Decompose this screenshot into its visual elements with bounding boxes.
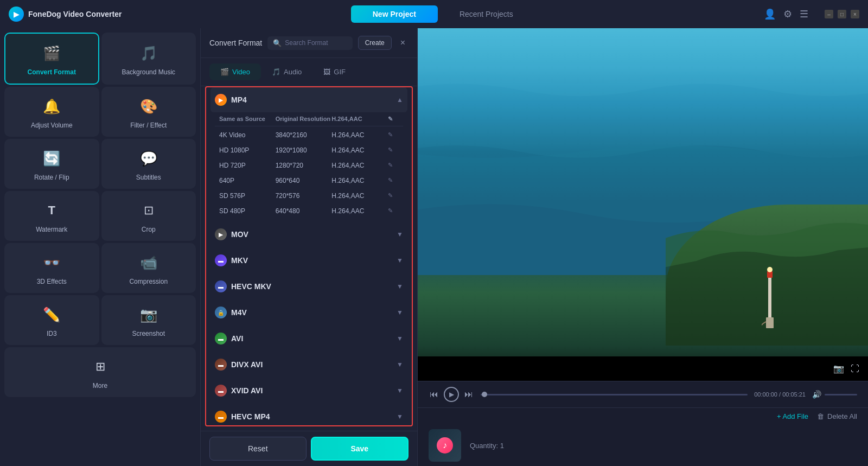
format-section-m4v: 🔒 M4V ▼ — [210, 300, 407, 325]
hevc-mkv-icon: ▬ — [215, 280, 227, 292]
file-entry-row: ♪ Quantity: 1 — [418, 425, 868, 466]
mkv-name: ▬ MKV — [215, 254, 248, 266]
avi-icon: ▬ — [215, 333, 227, 344]
tab-audio[interactable]: 🎵 Audio — [261, 63, 312, 80]
audio-tab-label: Audio — [284, 68, 302, 76]
play-button[interactable]: ▶ — [444, 387, 459, 402]
table-row[interactable]: SD 576P 720*576 H.264,AAC ✎ — [215, 188, 403, 203]
edit-icon[interactable]: ✎ — [388, 162, 399, 169]
mkv-chevron-icon: ▼ — [397, 257, 403, 264]
sidebar-item-background-music[interactable]: 🎵 Background Music — [101, 33, 196, 85]
format-list[interactable]: ▶ MP4 ▲ Same as Source Original Resoluti… — [205, 86, 413, 426]
row-name: HD 1080P — [219, 146, 276, 154]
format-tabs: 🎬 Video 🎵 Audio 🖼 GIF — [201, 58, 417, 86]
sidebar-item-compression[interactable]: 📹 Compression — [101, 243, 196, 293]
sidebar-item-id3[interactable]: ✏️ ID3 — [4, 295, 99, 345]
mkv-header[interactable]: ▬ MKV ▼ — [210, 248, 407, 273]
m4v-icon: 🔒 — [215, 307, 227, 318]
table-row[interactable]: 4K Video 3840*2160 H.264,AAC ✎ — [215, 127, 403, 143]
panel-footer: Reset Save — [201, 431, 417, 466]
file-thumbnail: ♪ — [429, 429, 461, 462]
delete-all-button[interactable]: 🗑 Delete All — [817, 412, 857, 420]
menu-icon[interactable]: ☰ — [800, 8, 808, 20]
sidebar-label-rotate-flip: Rotate / Flip — [34, 174, 69, 181]
settings-icon[interactable]: ⚙ — [783, 8, 792, 20]
panel-header: Convert Format 🔍 Create × — [201, 28, 417, 58]
mp4-label: MP4 — [231, 95, 247, 104]
edit-icon[interactable]: ✎ — [388, 177, 399, 184]
new-project-tab[interactable]: New Project — [351, 5, 438, 23]
sidebar-item-adjust-volume[interactable]: 🔔 Adjust Volume — [4, 87, 99, 137]
play-controls: ⏮ ▶ ⏭ — [429, 387, 474, 402]
table-row[interactable]: SD 480P 640*480 H.264,AAC ✎ — [215, 203, 403, 219]
sidebar-item-more[interactable]: ⊞ More — [4, 347, 196, 397]
row-res: 3840*2160 — [276, 131, 332, 139]
subtitles-icon: 💬 — [137, 146, 161, 170]
xvid-avi-header[interactable]: ▬ XVID AVI ▼ — [210, 378, 407, 403]
table-row[interactable]: 640P 960*640 H.264,AAC ✎ — [215, 173, 403, 188]
m4v-header[interactable]: 🔒 M4V ▼ — [210, 300, 407, 325]
edit-icon[interactable]: ✎ — [388, 192, 399, 200]
tab-gif[interactable]: 🖼 GIF — [312, 63, 356, 80]
search-input[interactable] — [285, 39, 347, 47]
account-icon[interactable]: 👤 — [764, 8, 776, 20]
hevc-mkv-header[interactable]: ▬ HEVC MKV ▼ — [210, 274, 407, 299]
minimize-button[interactable]: – — [825, 10, 833, 18]
gif-tab-icon: 🖼 — [323, 68, 330, 76]
recent-projects-tab[interactable]: Recent Projects — [438, 5, 535, 23]
screenshot-icon: 📷 — [137, 303, 161, 327]
col-original: Original Resolution — [276, 116, 332, 123]
close-button[interactable]: × — [851, 10, 859, 18]
volume-icon[interactable]: 🔊 — [812, 390, 821, 399]
convert-format-icon: 🎬 — [40, 41, 63, 65]
sidebar-item-filter-effect[interactable]: 🎨 Filter / Effect — [101, 87, 196, 137]
edit-icon[interactable]: ✎ — [388, 131, 399, 139]
mp4-header[interactable]: ▶ MP4 ▲ — [210, 87, 407, 112]
divx-avi-header[interactable]: ▬ DIVX AVI ▼ — [210, 352, 407, 377]
skip-forward-button[interactable]: ⏭ — [463, 388, 474, 400]
fullscreen-icon[interactable]: ⛶ — [851, 364, 859, 374]
search-box[interactable]: 🔍 — [267, 36, 352, 50]
sidebar-item-rotate-flip[interactable]: 🔄 Rotate / Flip — [4, 139, 99, 189]
table-row[interactable]: HD 720P 1280*720 H.264,AAC ✎ — [215, 158, 403, 173]
divx-avi-name: ▬ DIVX AVI — [215, 359, 263, 371]
create-button[interactable]: Create — [358, 36, 392, 50]
format-section-divx-avi: ▬ DIVX AVI ▼ — [210, 352, 407, 377]
progress-dot[interactable] — [482, 392, 487, 397]
maximize-button[interactable]: □ — [838, 10, 846, 18]
hevc-mkv-name: ▬ HEVC MKV — [215, 280, 271, 292]
avi-header[interactable]: ▬ AVI ▼ — [210, 326, 407, 351]
sidebar-item-3d-effects[interactable]: 👓 3D Effects — [4, 243, 99, 293]
save-button[interactable]: Save — [311, 437, 409, 461]
watermark-icon: T — [40, 199, 63, 222]
table-row[interactable]: HD 1080P 1920*1080 H.264,AAC ✎ — [215, 143, 403, 158]
camera-icon[interactable]: 📷 — [833, 363, 844, 374]
mov-header[interactable]: ▶ MOV ▼ — [210, 222, 407, 247]
row-name: HD 720P — [219, 162, 276, 169]
sidebar-item-subtitles[interactable]: 💬 Subtitles — [101, 139, 196, 189]
skip-back-button[interactable]: ⏮ — [429, 388, 439, 400]
player-bar: ⏮ ▶ ⏭ 00:00:00 / 00:05:21 🔊 — [418, 381, 868, 407]
volume-bar[interactable] — [825, 394, 857, 395]
hevc-mkv-chevron-icon: ▼ — [397, 283, 403, 290]
edit-icon[interactable]: ✎ — [388, 207, 399, 215]
time-total: 00:05:21 — [782, 391, 806, 398]
tab-video[interactable]: 🎬 Video — [209, 63, 261, 80]
reset-button[interactable]: Reset — [209, 437, 307, 461]
add-file-button[interactable]: + Add File — [777, 412, 808, 420]
edit-icon[interactable]: ✎ — [388, 146, 399, 154]
sidebar-item-screenshot[interactable]: 📷 Screenshot — [101, 295, 196, 345]
mov-name: ▶ MOV — [215, 228, 248, 240]
sidebar-item-watermark[interactable]: T Watermark — [4, 191, 99, 241]
progress-bar[interactable] — [481, 394, 748, 395]
sidebar-label-convert-format: Convert Format — [28, 68, 76, 76]
m4v-name: 🔒 M4V — [215, 307, 247, 318]
row-codec: H.264,AAC — [331, 146, 388, 154]
mov-icon: ▶ — [215, 228, 227, 240]
row-name: 4K Video — [219, 131, 276, 139]
sidebar-item-crop[interactable]: ⊡ Crop — [101, 191, 196, 241]
volume-control: 🔊 — [812, 390, 857, 399]
hevc-mp4-header[interactable]: ▬ HEVC MP4 ▼ — [210, 404, 407, 426]
sidebar-item-convert-format[interactable]: 🎬 Convert Format — [4, 33, 99, 85]
close-button[interactable]: × — [397, 37, 409, 49]
